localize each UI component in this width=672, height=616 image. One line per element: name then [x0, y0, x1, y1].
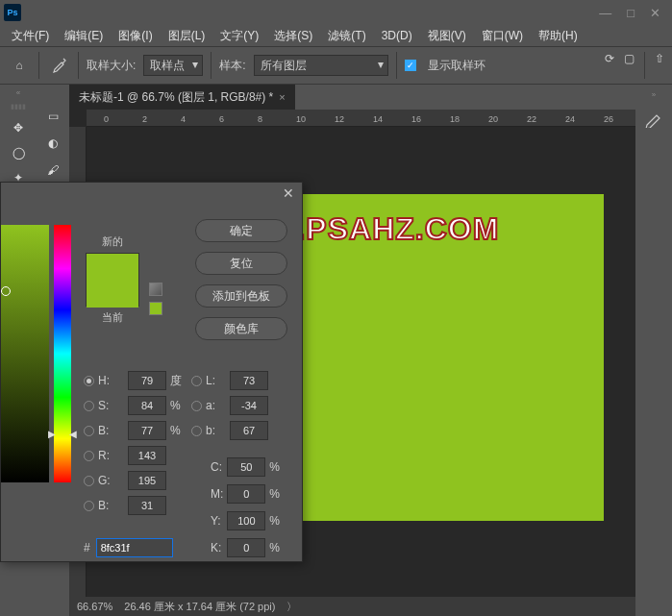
move-tool[interactable]: ✥: [4, 115, 33, 140]
sample-select[interactable]: 所有图层: [254, 55, 388, 76]
eyedropper-icon[interactable]: [47, 54, 70, 77]
b-radio[interactable]: [84, 426, 94, 436]
collapse-right-icon[interactable]: »: [635, 90, 672, 104]
reset-button[interactable]: 复位: [195, 252, 287, 275]
status-arrow-icon[interactable]: 〉: [286, 600, 297, 614]
refresh-icon[interactable]: ⟳: [605, 52, 614, 79]
hex-label: #: [84, 541, 90, 554]
quick-select-tool[interactable]: ◐: [38, 131, 67, 156]
menu-type[interactable]: 文字(Y): [214, 26, 264, 46]
menu-select[interactable]: 选择(S): [268, 26, 318, 46]
sample-size-label: 取样大小:: [87, 58, 136, 74]
y-input[interactable]: [227, 511, 265, 530]
k-input[interactable]: [227, 538, 265, 557]
hex-input[interactable]: [96, 538, 173, 557]
current-color-label: 当前: [86, 310, 139, 325]
b2-radio[interactable]: [84, 501, 94, 511]
a-radio[interactable]: [191, 401, 202, 411]
saturation-cursor[interactable]: [1, 286, 11, 296]
r-input[interactable]: [128, 446, 166, 465]
h-radio[interactable]: [84, 376, 94, 386]
menu-layer[interactable]: 图层(L): [162, 26, 212, 46]
g-input[interactable]: [128, 471, 166, 490]
new-color-label: 新的: [86, 234, 139, 249]
s-radio[interactable]: [84, 401, 94, 411]
lasso-tool[interactable]: ◯: [4, 140, 33, 165]
add-swatch-button[interactable]: 添加到色板: [195, 284, 287, 308]
brightness-input[interactable]: [128, 421, 166, 440]
grid-icon[interactable]: ▢: [624, 52, 635, 79]
close-button[interactable]: ✕: [650, 6, 660, 20]
minimize-button[interactable]: —: [599, 6, 611, 20]
color-library-button[interactable]: 颜色库: [195, 317, 287, 340]
pen-icon[interactable]: [635, 104, 672, 133]
dialog-close-icon[interactable]: ✕: [283, 185, 294, 201]
show-ring-checkbox[interactable]: ✓: [405, 60, 416, 71]
share-icon[interactable]: ⇧: [655, 52, 664, 79]
color-picker-dialog: ✕ ▶◀ 新的 当前 确定 复位 添加到色板 颜色库 H: 度 S: % B: …: [0, 182, 303, 562]
home-icon[interactable]: ⌂: [8, 54, 31, 77]
tab-close-icon[interactable]: ×: [279, 91, 285, 103]
l-input[interactable]: [230, 371, 268, 390]
menu-bar: 文件(F) 编辑(E) 图像(I) 图层(L) 文字(Y) 选择(S) 滤镜(T…: [0, 25, 672, 46]
options-bar: ⌂ 取样大小: 取样点 样本: 所有图层 ✓ 显示取样环 ⟳ ▢ ⇧: [0, 46, 672, 85]
m-input[interactable]: [227, 484, 265, 504]
menu-view[interactable]: 视图(V): [422, 26, 472, 46]
menu-image[interactable]: 图像(I): [112, 26, 158, 46]
app-logo: Ps: [4, 4, 21, 21]
saturation-field[interactable]: [1, 225, 49, 482]
current-color-swatch: [87, 281, 138, 308]
l-radio[interactable]: [191, 376, 202, 386]
menu-window[interactable]: 窗口(W): [476, 26, 529, 46]
document-tab[interactable]: 未标题-1 @ 66.7% (图层 1, RGB/8#) * ×: [69, 85, 295, 110]
right-panel: »: [635, 85, 672, 616]
new-color-swatch: [87, 254, 138, 281]
r-radio[interactable]: [84, 451, 94, 461]
window-controls: — □ ✕: [599, 6, 668, 20]
collapse-icon[interactable]: «: [4, 88, 33, 102]
sample-size-select[interactable]: 取样点: [143, 55, 203, 76]
cube-icon[interactable]: [149, 283, 162, 296]
menu-file[interactable]: 文件(F): [6, 26, 55, 46]
a-input[interactable]: [230, 396, 268, 415]
document-tabs: 未标题-1 @ 66.7% (图层 1, RGB/8#) * ×: [69, 85, 635, 110]
menu-edit[interactable]: 编辑(E): [59, 26, 109, 46]
g-radio[interactable]: [84, 476, 94, 486]
blue-input[interactable]: [128, 496, 166, 515]
color-swatch: [86, 253, 139, 307]
title-bar: Ps — □ ✕: [0, 0, 672, 25]
sample-label: 样本:: [219, 58, 245, 74]
tab-title: 未标题-1 @ 66.7% (图层 1, RGB/8#) *: [79, 89, 273, 106]
ok-button[interactable]: 确定: [195, 219, 287, 242]
status-bar: 66.67% 26.46 厘米 x 17.64 厘米 (72 ppi) 〉: [69, 597, 635, 616]
menu-3d[interactable]: 3D(D): [376, 27, 418, 44]
marquee-tool[interactable]: ▭: [38, 104, 67, 129]
c-input[interactable]: [227, 457, 265, 477]
zoom-level[interactable]: 66.67%: [77, 601, 112, 612]
lab-b-input[interactable]: [230, 421, 268, 440]
brush-tool[interactable]: 🖌: [38, 158, 67, 183]
maximize-button[interactable]: □: [627, 6, 635, 20]
menu-filter[interactable]: 滤镜(T): [322, 26, 371, 46]
h-input[interactable]: [128, 371, 166, 390]
s-input[interactable]: [128, 396, 166, 415]
menu-help[interactable]: 帮助(H): [533, 26, 584, 46]
ruler-horizontal: 0 2 4 6 8 10 12 14 16 18 20 22 24 26: [87, 110, 635, 127]
document-dimensions: 26.46 厘米 x 17.64 厘米 (72 ppi): [124, 600, 275, 614]
show-ring-label: 显示取样环: [428, 58, 485, 74]
websafe-icon[interactable]: [149, 302, 162, 315]
hue-slider[interactable]: [54, 225, 71, 482]
b3-radio[interactable]: [191, 426, 202, 436]
